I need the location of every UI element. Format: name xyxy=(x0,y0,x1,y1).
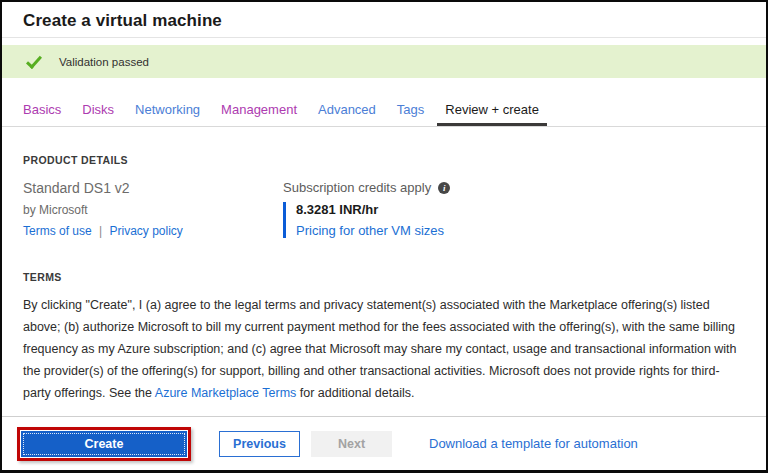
azure-marketplace-terms-link[interactable]: Azure Marketplace Terms xyxy=(155,386,297,400)
product-info: Standard DS1 v2 by Microsoft Terms of us… xyxy=(23,180,283,238)
tab-basics[interactable]: Basics xyxy=(23,102,61,126)
tab-review-create[interactable]: Review + create xyxy=(437,102,547,126)
pricing-other-vm-sizes-link[interactable]: Pricing for other VM sizes xyxy=(296,223,450,238)
terms-text-after-link: for additional details. xyxy=(296,386,414,400)
info-icon[interactable]: i xyxy=(438,182,450,194)
product-details-heading: PRODUCT DETAILS xyxy=(23,154,745,166)
pricing-label-row: Subscription credits apply i xyxy=(283,180,450,195)
page-title: Create a virtual machine xyxy=(23,11,766,31)
product-publisher: by Microsoft xyxy=(23,203,283,217)
previous-button[interactable]: Previous xyxy=(219,431,300,457)
create-vm-window: Create a virtual machine Validation pass… xyxy=(0,0,768,473)
privacy-policy-link[interactable]: Privacy policy xyxy=(110,224,183,238)
tab-bar: Basics Disks Networking Management Advan… xyxy=(2,102,766,127)
product-details-row: Standard DS1 v2 by Microsoft Terms of us… xyxy=(23,180,745,238)
tab-disks[interactable]: Disks xyxy=(82,102,114,126)
window-header: Create a virtual machine xyxy=(2,2,766,38)
terms-text-before-link: By clicking "Create", I (a) agree to the… xyxy=(23,298,737,400)
validation-banner-text: Validation passed xyxy=(59,56,149,68)
tab-advanced[interactable]: Advanced xyxy=(318,102,376,126)
review-content: PRODUCT DETAILS Standard DS1 v2 by Micro… xyxy=(2,154,766,429)
price-block: 8.3281 INR/hr Pricing for other VM sizes xyxy=(283,202,450,238)
create-button[interactable]: Create xyxy=(21,431,187,457)
create-button-highlight: Create xyxy=(17,427,191,461)
checkmark-icon xyxy=(26,52,42,69)
terms-of-use-link[interactable]: Terms of use xyxy=(23,224,92,238)
tab-networking[interactable]: Networking xyxy=(135,102,200,126)
terms-heading: TERMS xyxy=(23,271,745,283)
price-value: 8.3281 INR/hr xyxy=(296,202,450,217)
product-name: Standard DS1 v2 xyxy=(23,180,283,196)
product-legal-links: Terms of use | Privacy policy xyxy=(23,224,283,238)
next-button[interactable]: Next xyxy=(311,431,392,457)
tab-management[interactable]: Management xyxy=(221,102,297,126)
download-template-link[interactable]: Download a template for automation xyxy=(429,436,638,451)
validation-banner: Validation passed xyxy=(2,45,766,78)
subscription-credits-label: Subscription credits apply xyxy=(283,180,431,195)
terms-text: By clicking "Create", I (a) agree to the… xyxy=(23,294,745,404)
link-separator: | xyxy=(99,224,102,238)
tab-tags[interactable]: Tags xyxy=(397,102,424,126)
footer-action-bar: Create Previous Next Download a template… xyxy=(2,416,766,470)
pricing-info: Subscription credits apply i 8.3281 INR/… xyxy=(283,180,450,238)
